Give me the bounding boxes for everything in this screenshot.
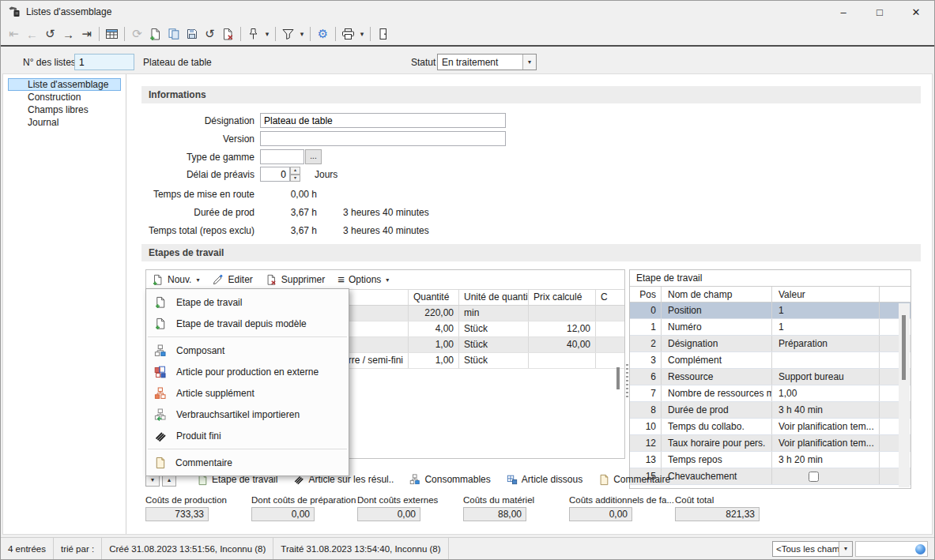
search-sphere-icon[interactable] bbox=[915, 544, 926, 554]
options-button[interactable]: ≡ Options ▾ bbox=[337, 274, 389, 285]
detail-row[interactable]: 3 Complément bbox=[630, 352, 910, 369]
detail-row[interactable]: 15 Chevauchement bbox=[630, 468, 910, 485]
nav-last-icon[interactable]: ⇥ bbox=[77, 24, 96, 43]
sidebar-item-construction[interactable]: Construction bbox=[8, 91, 121, 103]
informations-title: Informations bbox=[149, 89, 206, 100]
exit-door-icon[interactable] bbox=[374, 24, 392, 43]
designation-input[interactable] bbox=[260, 113, 506, 128]
menu-item-composant[interactable]: Composant bbox=[146, 340, 349, 361]
print-dropdown-caret-icon[interactable]: ▾ bbox=[357, 30, 367, 38]
cell-value: 1 bbox=[772, 303, 880, 318]
spinner-down-icon[interactable]: ▾ bbox=[290, 175, 300, 182]
menu-item-verbrauchsartikel[interactable]: Verbrauchsartikel importieren bbox=[146, 404, 349, 425]
undo-icon[interactable]: ↺ bbox=[201, 24, 219, 43]
detail-row[interactable]: 8 Durée de prod 3 h 40 min bbox=[630, 402, 910, 419]
history-icon[interactable]: ↺ bbox=[41, 24, 59, 43]
menu-item-commentaire[interactable]: Commentaire bbox=[146, 452, 349, 473]
total-label: Coûts du matériel bbox=[463, 495, 534, 505]
col-price[interactable]: Prix calculé bbox=[529, 290, 596, 305]
nav-back-icon[interactable]: ← bbox=[23, 24, 41, 43]
detail-row[interactable]: 6 Ressource Support bureau bbox=[630, 369, 910, 385]
settings-gear-icon[interactable]: ⚙+ bbox=[314, 24, 332, 43]
filter-icon[interactable] bbox=[279, 24, 297, 43]
cell-extra bbox=[880, 303, 897, 318]
preavis-input[interactable] bbox=[260, 167, 290, 182]
spinner-up-icon[interactable]: ▴ bbox=[290, 167, 300, 175]
filter-dropdown-caret-icon[interactable]: ▾ bbox=[297, 30, 307, 38]
cell-unit: Stück bbox=[459, 353, 529, 368]
detail-row[interactable]: 7 Nombre de ressources m... 1,00 bbox=[630, 385, 910, 402]
new-step-button[interactable]: Nouv. ▾ bbox=[152, 274, 199, 286]
delete-document-icon[interactable] bbox=[219, 24, 237, 43]
cell-pos: 12 bbox=[630, 435, 662, 451]
type-gamme-input[interactable] bbox=[260, 149, 304, 164]
menu-separator bbox=[148, 449, 347, 449]
menu-item-etape-depuis-modele[interactable]: Etape de travail depuis modèle bbox=[146, 313, 349, 334]
detail-panel-title: Etape de travail bbox=[630, 270, 910, 287]
menu-item-produit-fini[interactable]: Produit fini bbox=[146, 425, 349, 446]
status-dropdown-caret-icon[interactable]: ▾ bbox=[522, 54, 536, 70]
col-field[interactable]: Nom de champ bbox=[662, 287, 772, 302]
menu-item-label: Etape de travail depuis modèle bbox=[176, 318, 307, 329]
nav-first-icon[interactable]: ⇤ bbox=[5, 24, 23, 43]
col-pos[interactable]: Pos bbox=[630, 287, 662, 302]
tab-article-dissous[interactable]: Article dissous bbox=[507, 474, 582, 485]
detail-row[interactable]: 12 Taux horaire pour pers. Voir planific… bbox=[630, 435, 910, 452]
total-value: 0,00 bbox=[251, 507, 315, 521]
menu-item-etape-de-travail[interactable]: Etape de travail bbox=[146, 291, 349, 313]
tab-consommables[interactable]: Consommables bbox=[409, 474, 490, 485]
search-field-dropdown-caret-icon[interactable]: ▾ bbox=[839, 542, 852, 556]
sidebar-item-champs-libres[interactable]: Champs libres bbox=[8, 103, 121, 116]
import-consumable-icon bbox=[154, 408, 167, 421]
col-quantity[interactable]: Quantité bbox=[409, 290, 459, 305]
preavis-spinner[interactable]: ▴ ▾ bbox=[290, 167, 300, 182]
nav-forward-icon[interactable]: → bbox=[59, 24, 77, 43]
toolbar-separator bbox=[124, 27, 125, 41]
work-steps-title: Etapes de travail bbox=[149, 247, 224, 258]
detail-scrollbar[interactable] bbox=[899, 303, 910, 487]
search-field-dropdown[interactable]: <Tous les champ ▾ bbox=[772, 541, 853, 557]
delete-step-button[interactable]: Supprimer bbox=[266, 274, 325, 286]
sidebar-item-liste-assemblage[interactable]: Liste d'assemblage bbox=[8, 78, 121, 91]
cell-extra bbox=[880, 452, 897, 468]
detail-row[interactable]: 0 Position 1 bbox=[630, 303, 910, 319]
options-caret-icon: ▾ bbox=[386, 276, 389, 284]
version-label: Version bbox=[141, 133, 260, 145]
save-icon[interactable] bbox=[183, 24, 201, 43]
edit-step-button[interactable]: Editer bbox=[212, 274, 252, 286]
quick-search-input[interactable] bbox=[856, 542, 911, 554]
work-steps-section-header: Etapes de travail bbox=[141, 244, 921, 261]
browse-button[interactable]: ... bbox=[305, 149, 322, 164]
detail-row[interactable]: 13 Temps repos 3 h 20 min bbox=[630, 452, 910, 468]
steps-scrollbar-thumb[interactable] bbox=[616, 367, 620, 389]
status-dropdown[interactable]: En traitement ▾ bbox=[437, 54, 537, 70]
total-production-costs: Coûts de production 733,33 bbox=[145, 495, 227, 521]
menu-item-article-supplement[interactable]: Article supplément bbox=[146, 382, 349, 404]
col-value[interactable]: Valeur bbox=[772, 287, 880, 302]
sidebar-item-journal[interactable]: Journal bbox=[8, 116, 121, 129]
list-number-input[interactable] bbox=[74, 54, 134, 70]
detail-row[interactable]: 1 Numéro 1 bbox=[630, 319, 910, 336]
minimize-button[interactable]: – bbox=[825, 1, 861, 23]
detail-row[interactable]: 10 Temps du collabo. Voir planification … bbox=[630, 419, 910, 435]
overlap-checkbox[interactable] bbox=[809, 472, 819, 482]
new-document-icon[interactable] bbox=[146, 24, 164, 43]
menu-item-production-externe[interactable]: Article pour production en externe bbox=[146, 361, 349, 382]
cell-extra bbox=[880, 352, 897, 368]
cell-pos: 1 bbox=[630, 319, 662, 335]
col-c[interactable]: C bbox=[596, 290, 615, 305]
pin-icon[interactable] bbox=[244, 24, 262, 43]
table-view-icon[interactable] bbox=[103, 24, 121, 43]
col-unit[interactable]: Unité de quantité bbox=[459, 290, 529, 305]
quick-search-box[interactable] bbox=[855, 541, 928, 557]
print-icon[interactable] bbox=[339, 24, 357, 43]
version-input[interactable] bbox=[260, 131, 506, 146]
refresh-icon[interactable]: ⟳ bbox=[128, 24, 146, 43]
maximize-button[interactable]: □ bbox=[861, 1, 898, 23]
detail-row[interactable]: 2 Désignation Préparation bbox=[630, 336, 910, 352]
close-button[interactable]: ✕ bbox=[898, 1, 934, 23]
tab-commentaire[interactable]: Commentaire bbox=[598, 474, 670, 486]
cost-totals: Coûts de production 733,33 Dont coûts de… bbox=[145, 495, 786, 524]
copy-icon[interactable] bbox=[164, 24, 183, 43]
pin-dropdown-caret-icon[interactable]: ▾ bbox=[262, 30, 272, 38]
